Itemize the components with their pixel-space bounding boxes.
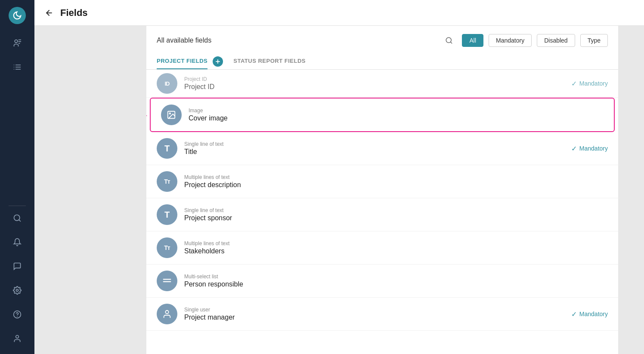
field-info: Single line of text Title [184,141,571,156]
field-icon-multitext2: Tт [157,237,177,258]
cursor-arrow-icon [146,108,152,122]
field-type-label: Project ID [184,76,571,82]
svg-point-25 [165,311,168,314]
field-icon-text2: T [157,204,177,225]
fields-list: ID Project ID Project ID ✓ Mandatory [146,70,618,354]
list-icon[interactable] [9,58,26,76]
field-type-label: Multi-select list [184,274,608,280]
main-area: Fields All available fields All Mandator… [34,0,644,354]
mandatory-badge: ✓ Mandatory [571,310,608,318]
page-title: Fields [60,7,88,18]
add-tab-button[interactable] [213,56,223,67]
toolbar-title: All available fields [157,37,436,44]
field-name-label: Cover image [189,114,604,122]
tab-project-fields[interactable]: PROJECT FIELDS [157,53,207,69]
field-name-label: Person responsible [184,280,608,288]
field-type-label: Multiple lines of text [184,174,608,180]
filter-type-button[interactable]: Type [580,34,608,47]
bell-icon[interactable] [9,234,26,251]
field-name-label: Project ID [184,83,571,91]
sidebar-logo[interactable] [9,7,26,24]
fields-panel: All available fields All Mandatory Disab… [146,26,618,354]
list-item[interactable]: T Single line of text Project sponsor [146,198,618,231]
field-type-label: Single line of text [184,207,608,213]
field-icon-multiselect [157,271,177,291]
filter-all-button[interactable]: All [462,34,483,47]
search-icon[interactable] [9,209,26,227]
svg-point-12 [16,289,19,292]
field-info: Single user Project manager [184,307,571,321]
mandatory-label: Mandatory [579,80,608,87]
field-info: Multiple lines of text Project descripti… [184,174,608,189]
field-type-label: Multiple lines of text [184,240,608,246]
field-info: Multi-select list Person responsible [184,274,608,288]
field-info: Project ID Project ID [184,76,571,91]
field-name-label: Project description [184,181,608,189]
field-icon-image [161,105,182,125]
left-pad [34,26,146,354]
field-name-label: Title [184,148,571,156]
check-icon: ✓ [571,145,577,153]
field-info: Image Cover image [189,108,604,122]
field-type-label: Single user [184,307,571,313]
content: All available fields All Mandatory Disab… [34,26,644,354]
sidebar-nav-bottom [9,209,26,347]
toolbar: All available fields All Mandatory Disab… [146,26,618,48]
mandatory-badge: ✓ Mandatory [571,80,608,88]
field-name-label: Project manager [184,314,571,321]
list-item[interactable]: Tт Multiple lines of text Project descri… [146,165,618,198]
field-info: Single line of text Project sponsor [184,207,608,222]
gear-icon[interactable] [9,282,26,299]
svg-line-18 [451,42,452,43]
field-icon-multitext: Tт [157,171,177,192]
header: Fields [34,0,644,26]
search-button[interactable] [441,33,457,48]
sidebar-nav-top [9,34,26,202]
tab-status-report-fields[interactable]: STATUS REPORT FIELDS [233,53,306,69]
field-icon-text: T [157,138,177,159]
list-item[interactable]: Tт Multiple lines of text Stakeholders [146,231,618,265]
list-item[interactable]: Multi-select list Person responsible [146,265,618,298]
mandatory-label: Mandatory [579,145,608,152]
right-pad [618,26,644,354]
help-icon[interactable] [9,306,26,323]
user-icon[interactable] [9,330,26,347]
check-icon: ✓ [571,310,577,318]
field-name-label: Stakeholders [184,247,608,255]
sidebar [0,0,34,354]
list-item[interactable]: T Single line of text Title ✓ Mandatory [146,132,618,165]
field-type-label: Single line of text [184,141,571,147]
field-icon-user [157,304,177,324]
svg-line-11 [19,220,21,222]
list-item[interactable]: Single user Project manager ✓ Mandatory [146,298,618,331]
svg-point-0 [15,40,18,43]
contacts-icon[interactable] [9,34,26,52]
chat-icon[interactable] [9,258,26,275]
back-button[interactable] [45,9,53,17]
field-info: Multiple lines of text Stakeholders [184,240,608,255]
field-icon-id: ID [157,73,177,94]
field-type-label: Image [189,108,604,114]
list-item-highlighted[interactable]: Image Cover image [150,98,615,132]
svg-point-22 [169,113,170,114]
mandatory-badge: ✓ Mandatory [571,145,608,153]
field-name-label: Project sponsor [184,214,608,222]
list-item[interactable]: ID Project ID Project ID ✓ Mandatory [146,70,618,98]
mandatory-label: Mandatory [579,311,608,317]
svg-point-15 [16,336,19,339]
filter-mandatory-button[interactable]: Mandatory [489,34,532,47]
filter-disabled-button[interactable]: Disabled [537,34,575,47]
tabs: PROJECT FIELDS STATUS REPORT FIELDS [146,53,618,70]
check-icon: ✓ [571,80,577,88]
